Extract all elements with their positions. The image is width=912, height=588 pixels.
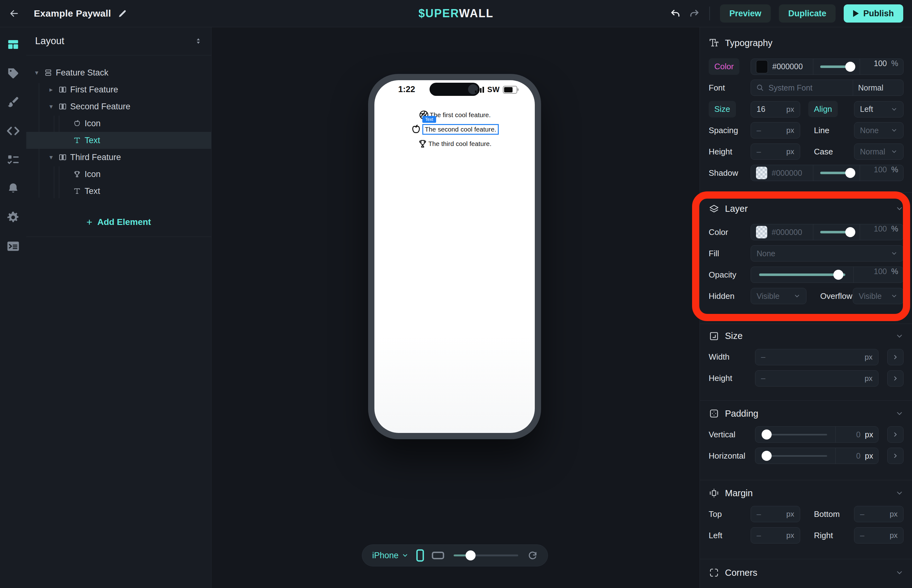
font-size-input[interactable]: 16px [751, 101, 800, 118]
tree-item-third-feature[interactable]: ▾Third Feature [26, 149, 211, 166]
shadow-hex-field[interactable]: #000000 [751, 165, 813, 181]
overflow-select[interactable]: Visible [853, 288, 904, 304]
shadow-opacity-value[interactable]: 100% [860, 165, 903, 181]
rail-bell-icon[interactable] [0, 174, 26, 203]
collapse-chevron-icon[interactable] [896, 409, 904, 418]
margin-left-input[interactable]: –px [751, 527, 800, 543]
zoom-slider-knob[interactable] [466, 551, 476, 561]
rail-layout-icon[interactable] [0, 30, 26, 59]
margin-section: Margin Top –px Bottom –px Left –px Right… [700, 480, 912, 559]
layer-color-swatch[interactable] [756, 226, 767, 238]
line-select[interactable]: None [854, 122, 904, 139]
width-expand-button[interactable] [887, 349, 904, 365]
undo-icon[interactable] [670, 8, 681, 19]
collapse-chevron-icon[interactable] [896, 332, 904, 340]
layer-color-opacity-value[interactable]: 100% [860, 224, 903, 240]
feature-row[interactable]: The third cool feature. [418, 137, 492, 151]
shadow-swatch[interactable] [756, 166, 767, 179]
sort-icon[interactable] [194, 37, 202, 45]
color-swatch[interactable] [756, 60, 768, 73]
opacity-control: 100% [751, 267, 904, 283]
zoom-slider[interactable] [454, 554, 518, 556]
opacity-value[interactable]: 100% [854, 267, 903, 283]
preview-button[interactable]: Preview [720, 4, 771, 23]
align-select[interactable]: Left [854, 101, 904, 118]
vertical-padding-value[interactable]: 0px [835, 426, 878, 442]
tree-item-feature-stack[interactable]: ▾Feature Stack [26, 64, 211, 81]
tree-item-icon[interactable]: Icon [26, 115, 211, 132]
vertical-padding-slider[interactable] [755, 426, 835, 442]
tree-item-text[interactable]: Text [26, 183, 211, 200]
margin-left-label: Left [709, 531, 751, 540]
chevron-down-icon [891, 292, 897, 299]
chevron-right-icon [892, 354, 899, 360]
caret-down-icon[interactable]: ▾ [46, 153, 56, 161]
portrait-orientation-icon[interactable] [415, 549, 425, 562]
color-hex-field[interactable]: #000000 [751, 59, 813, 74]
duplicate-button[interactable]: Duplicate [779, 4, 836, 23]
landscape-orientation-icon[interactable] [432, 551, 444, 560]
feature-row[interactable]: TextThe second cool feature. [410, 122, 499, 137]
add-element-button[interactable]: + Add Element [26, 208, 211, 237]
edit-title-icon[interactable] [118, 9, 127, 18]
publish-button[interactable]: Publish [844, 4, 903, 23]
rail-brush-icon[interactable] [0, 88, 26, 116]
rail-code-icon[interactable] [0, 116, 26, 145]
tree-item-text[interactable]: Text [26, 132, 211, 149]
rail-checklist-icon[interactable] [0, 145, 26, 174]
slider-knob[interactable] [833, 270, 843, 280]
slider-knob[interactable] [845, 168, 855, 178]
case-select[interactable]: Normal [854, 144, 904, 160]
tree-item-first-feature[interactable]: ▸First Feature [26, 81, 211, 98]
layer-color-opacity-slider[interactable] [813, 224, 860, 240]
shadow-opacity-slider[interactable] [813, 165, 860, 181]
caret-right-icon[interactable]: ▸ [46, 86, 56, 93]
align-label[interactable]: Align [808, 101, 838, 117]
slider-knob[interactable] [762, 430, 772, 439]
rail-tag-icon[interactable] [0, 59, 26, 88]
rail-terminal-icon[interactable] [0, 232, 26, 261]
caret-down-icon[interactable]: ▾ [46, 103, 56, 110]
rail-gear-icon[interactable] [0, 203, 26, 232]
color-opacity-value[interactable]: 100% [860, 59, 903, 74]
collapse-chevron-icon[interactable] [896, 569, 904, 577]
tree-item-icon[interactable]: Icon [26, 166, 211, 183]
horizontal-padding-expand-button[interactable] [887, 447, 904, 464]
horizontal-padding-value[interactable]: 0px [835, 448, 878, 464]
opacity-slider[interactable] [751, 267, 854, 283]
margin-bottom-input[interactable]: –px [854, 506, 904, 522]
redo-icon[interactable] [689, 8, 699, 19]
font-size-label[interactable]: Size [709, 101, 736, 118]
color-opacity-slider[interactable] [813, 59, 860, 74]
margin-top-input[interactable]: –px [751, 506, 800, 522]
vertical-padding-expand-button[interactable] [887, 426, 904, 443]
section-title: Layer [725, 204, 748, 214]
horizontal-padding-slider[interactable] [755, 448, 835, 464]
line-height-input[interactable]: –px [751, 144, 800, 160]
selected-element-outline[interactable]: TextThe second cool feature. [422, 124, 499, 135]
slider-knob[interactable] [845, 62, 855, 72]
device-selector[interactable]: iPhone [372, 551, 408, 561]
text-color-label[interactable]: Color [709, 58, 739, 75]
layer-color-hex-field[interactable]: #000000 [751, 224, 813, 240]
width-input[interactable]: –px [755, 349, 878, 365]
signal-icon [475, 87, 484, 93]
hidden-select[interactable]: Visible [751, 288, 806, 304]
slider-knob[interactable] [762, 451, 772, 461]
tree-item-second-feature[interactable]: ▾Second Feature [26, 98, 211, 115]
height-input[interactable]: –px [755, 370, 878, 386]
caret-down-icon[interactable]: ▾ [32, 69, 41, 76]
font-search-input[interactable]: System Font [751, 80, 853, 95]
letter-spacing-input[interactable]: –px [751, 122, 800, 139]
margin-right-input[interactable]: –px [854, 527, 904, 543]
collapse-chevron-icon[interactable] [896, 489, 904, 497]
slider-knob[interactable] [845, 227, 855, 237]
height-expand-button[interactable] [887, 370, 904, 386]
font-weight-select[interactable]: Normal [853, 80, 903, 95]
collapse-chevron-icon[interactable] [896, 205, 904, 213]
size-section: Size Width –px Height –px [700, 324, 912, 401]
back-button[interactable] [0, 0, 28, 27]
phone-screen[interactable]: 1:22 SW The first cool feature.TextThe s… [374, 80, 535, 433]
refresh-icon[interactable] [528, 551, 538, 561]
fill-select[interactable]: None [751, 245, 904, 262]
